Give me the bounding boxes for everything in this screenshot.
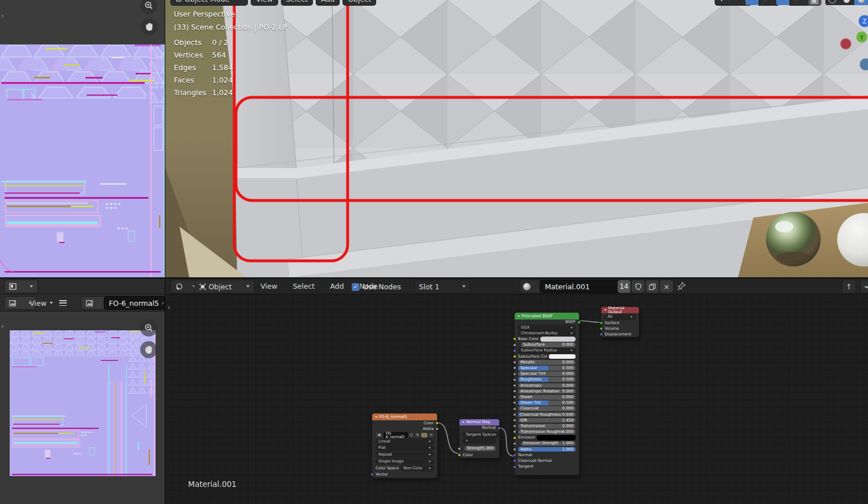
socket-input[interactable]: [513, 401, 516, 404]
orientation-gizmo[interactable]: Z Y: [834, 0, 868, 80]
bsdf-row-metallic[interactable]: Metallic0.000: [515, 359, 579, 365]
material-users-button[interactable]: 14: [618, 280, 630, 293]
node-material-output[interactable]: Material Output All Surface Volume Displ…: [601, 306, 639, 338]
socket-input[interactable]: [513, 436, 516, 440]
uv-map-field[interactable]: •: [463, 439, 496, 444]
pin-button[interactable]: [677, 281, 686, 293]
socket-input[interactable]: [513, 395, 516, 399]
editor-type-button[interactable]: [5, 280, 38, 293]
space-dropdown[interactable]: Tangent Space: [463, 432, 499, 437]
mode-dropdown[interactable]: Object Mode: [171, 0, 247, 5]
bsdf-row-base-color[interactable]: Base Color: [515, 336, 579, 342]
socket-strength-input[interactable]: [458, 447, 461, 450]
divider-vertical[interactable]: [165, 0, 165, 504]
bsdf-row-subsurface[interactable]: Subsurface0.000: [515, 342, 579, 348]
zoom-gizmo[interactable]: [140, 319, 157, 337]
collapse-icon[interactable]: [604, 309, 606, 311]
checkbox-checked-icon[interactable]: ✓: [352, 283, 360, 291]
node-editor-menu-view[interactable]: View: [256, 280, 282, 293]
bsdf-row-clearcoat[interactable]: Clearcoat0.000: [515, 406, 579, 412]
socket-input[interactable]: [513, 407, 516, 411]
socket-input[interactable]: [513, 355, 516, 358]
viewport-menu-add[interactable]: Add: [316, 0, 339, 5]
node-image-texture[interactable]: FO-6_normal5 Color Alpha ▦ FO-6_normal5 …: [372, 413, 438, 478]
bsdf-input-tangent[interactable]: Tangent: [515, 464, 579, 470]
bsdf-row-sheen[interactable]: Sheen0.000: [515, 394, 579, 400]
node-editor-menu-add[interactable]: Add: [326, 280, 348, 293]
viewport-3d[interactable]: Object Mode View Select Add Object ▣: [165, 0, 868, 277]
viewport-menu-view[interactable]: View: [251, 0, 278, 5]
fake-user-mini-icon[interactable]: ▢: [409, 433, 414, 438]
socket-bsdf-output[interactable]: [577, 321, 581, 324]
menu-hamburger-icon[interactable]: [59, 300, 67, 306]
socket-input[interactable]: [513, 343, 516, 347]
bsdf-row-roughness[interactable]: Roughness0.500: [515, 377, 579, 383]
socket-input[interactable]: [513, 378, 516, 382]
material-slot-dropdown[interactable]: Slot 1: [414, 280, 470, 293]
bsdf-input-normal[interactable]: Normal: [515, 452, 579, 458]
node-editor-canvas[interactable]: › Material.001 FO-6_normal5 Color Alpha: [165, 294, 868, 504]
socket-displacement-input[interactable]: [600, 333, 603, 336]
socket-input[interactable]: [513, 390, 516, 393]
socket-input[interactable]: [513, 372, 516, 376]
fake-user-button[interactable]: [631, 280, 645, 293]
divider-horizontal[interactable]: [0, 277, 868, 278]
output-target-dropdown[interactable]: All: [605, 314, 635, 319]
pan-gizmo[interactable]: [141, 18, 158, 35]
color-swatch[interactable]: [540, 337, 576, 342]
shader-type-dropdown[interactable]: Object: [195, 280, 254, 293]
open-folder-mini-icon[interactable]: ▱: [421, 433, 427, 438]
socket-input[interactable]: [513, 448, 516, 451]
duplicate-material-button[interactable]: [646, 280, 659, 293]
socket-input[interactable]: [513, 442, 516, 445]
bsdf-row-clearcoat-roughness[interactable]: Clearcoat Roughness0.030: [515, 412, 579, 417]
bsdf-row-specular[interactable]: Specular0.500: [515, 365, 579, 371]
socket-input[interactable]: [513, 419, 516, 422]
bsdf-row-subsurface-col[interactable]: Subsurface Col: [515, 354, 579, 359]
subsurface-method-dropdown[interactable]: Christensen-Burley: [518, 331, 576, 336]
collapse-icon[interactable]: [462, 421, 464, 423]
material-name-field[interactable]: Material.001: [540, 280, 626, 293]
socket-input[interactable]: [513, 360, 516, 364]
pan-gizmo[interactable]: [140, 341, 157, 358]
socket-color-output[interactable]: [435, 421, 439, 425]
image-editor-canvas[interactable]: ›: [0, 312, 165, 504]
bsdf-row-emission[interactable]: Emission: [515, 435, 579, 441]
toolbar-toggle-icon[interactable]: ›: [166, 19, 169, 27]
panel-toggle-icon[interactable]: ›: [1, 12, 4, 20]
distribution-dropdown[interactable]: GGX: [518, 325, 576, 330]
socket-input[interactable]: [513, 349, 516, 353]
copy-mini-icon[interactable]: ⧉: [415, 433, 420, 438]
use-nodes-toggle[interactable]: ✓ Use Nodes: [352, 282, 401, 291]
unlink-material-button[interactable]: ×: [660, 280, 673, 293]
socket-input[interactable]: [513, 453, 516, 457]
color-swatch[interactable]: [549, 354, 576, 359]
bsdf-row-transmission-roughness[interactable]: Transmission Roughness0.000: [515, 429, 579, 435]
image-texture-dropdown[interactable]: Flat: [372, 445, 437, 451]
socket-input[interactable]: [513, 430, 516, 433]
header-scroll-icon[interactable]: ›: [161, 299, 164, 307]
bsdf-row-subsurface-radius[interactable]: Subsurface Radius: [515, 348, 579, 354]
node-editor-menu-select[interactable]: Select: [289, 280, 319, 293]
colorspace-dropdown[interactable]: Non-Color: [401, 466, 434, 471]
move-up-button[interactable]: ↑: [842, 280, 855, 293]
bsdf-row-anisotropic-rotation[interactable]: Anisotropic Rotation0.000: [515, 388, 579, 394]
image-name-mini-field[interactable]: FO-6_normal5: [384, 433, 407, 438]
socket-volume-input[interactable]: [600, 327, 603, 330]
color-swatch[interactable]: [537, 435, 576, 440]
bsdf-row-specular-tint[interactable]: Specular Tint0.000: [515, 371, 579, 377]
clipped-header-button[interactable]: ⌁: [861, 280, 868, 293]
image-texture-dropdown[interactable]: Single Image: [372, 458, 437, 464]
socket-surface-input[interactable]: [600, 321, 603, 325]
collapse-icon[interactable]: [517, 315, 520, 317]
socket-input[interactable]: [513, 424, 516, 428]
socket-normal-output[interactable]: [498, 427, 501, 430]
collapse-icon[interactable]: [375, 416, 377, 418]
snap-toggle-button[interactable]: [776, 0, 790, 5]
socket-input[interactable]: [513, 459, 516, 462]
viewport-menu-object[interactable]: Object: [343, 0, 376, 5]
image-view-menu[interactable]: View: [30, 297, 53, 309]
panel-toggle-icon[interactable]: ›: [168, 304, 170, 312]
panel-toggle-icon[interactable]: ›: [1, 322, 4, 330]
bsdf-input-clearcoat-normal[interactable]: Clearcoat Normal: [515, 458, 579, 464]
